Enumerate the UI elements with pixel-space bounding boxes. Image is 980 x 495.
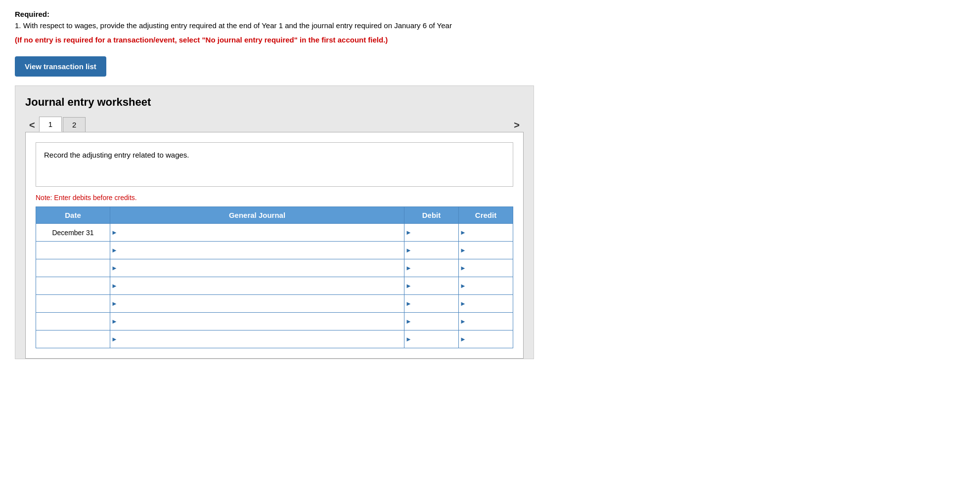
credit-arrow-icon-2: ► xyxy=(460,264,466,272)
credit-input-4[interactable] xyxy=(466,295,513,312)
table-row: ►►► xyxy=(36,242,513,259)
debit-cell-3[interactable]: ► xyxy=(404,277,459,295)
description-box: Record the adjusting entry related to wa… xyxy=(36,142,513,187)
debit-arrow-icon-0: ► xyxy=(405,229,412,236)
table-row: December 31►►► xyxy=(36,224,513,242)
credit-input-0[interactable] xyxy=(466,224,513,241)
table-row: ►►► xyxy=(36,330,513,348)
journal-arrow-icon-6: ► xyxy=(111,335,118,343)
journal-input-5[interactable] xyxy=(118,313,404,330)
col-header-debit: Debit xyxy=(404,207,459,224)
journal-arrow-icon-4: ► xyxy=(111,300,118,307)
table-row: ►►► xyxy=(36,277,513,295)
journal-table: Date General Journal Debit Credit Decemb… xyxy=(36,206,513,348)
journal-cell-2[interactable]: ► xyxy=(110,259,404,277)
tab-1[interactable]: 1 xyxy=(39,117,62,132)
debit-arrow-icon-2: ► xyxy=(405,264,412,272)
credit-arrow-icon-5: ► xyxy=(460,318,466,325)
credit-input-1[interactable] xyxy=(466,242,513,259)
journal-cell-3[interactable]: ► xyxy=(110,277,404,295)
credit-cell-6[interactable]: ► xyxy=(459,330,513,348)
debit-arrow-icon-6: ► xyxy=(405,335,412,343)
required-label: Required: xyxy=(15,10,965,18)
credit-arrow-icon-6: ► xyxy=(460,335,466,343)
debit-input-5[interactable] xyxy=(412,313,458,330)
journal-cell-1[interactable]: ► xyxy=(110,242,404,259)
debit-input-6[interactable] xyxy=(412,330,458,348)
debit-cell-6[interactable]: ► xyxy=(404,330,459,348)
debit-input-0[interactable] xyxy=(412,224,458,241)
worksheet-container: Journal entry worksheet < 1 2 > Record t… xyxy=(15,85,534,359)
tab-2[interactable]: 2 xyxy=(63,117,86,132)
table-row: ►►► xyxy=(36,295,513,313)
credit-arrow-icon-3: ► xyxy=(460,282,466,289)
credit-input-3[interactable] xyxy=(466,277,513,294)
tab-content: Record the adjusting entry related to wa… xyxy=(25,132,524,359)
journal-cell-0[interactable]: ► xyxy=(110,224,404,242)
debit-input-4[interactable] xyxy=(412,295,458,312)
debit-cell-2[interactable]: ► xyxy=(404,259,459,277)
date-cell-3 xyxy=(36,277,110,295)
credit-input-6[interactable] xyxy=(466,330,513,348)
date-cell-4 xyxy=(36,295,110,313)
credit-cell-0[interactable]: ► xyxy=(459,224,513,242)
debit-input-2[interactable] xyxy=(412,259,458,277)
date-cell-2 xyxy=(36,259,110,277)
credit-input-5[interactable] xyxy=(466,313,513,330)
credit-cell-4[interactable]: ► xyxy=(459,295,513,313)
instruction-line2: (If no entry is required for a transacti… xyxy=(15,35,965,46)
credit-cell-5[interactable]: ► xyxy=(459,313,513,330)
debit-input-1[interactable] xyxy=(412,242,458,259)
journal-arrow-icon-3: ► xyxy=(111,282,118,289)
debit-arrow-icon-4: ► xyxy=(405,300,412,307)
tab-next-arrow[interactable]: > xyxy=(510,118,524,132)
debit-arrow-icon-3: ► xyxy=(405,282,412,289)
journal-input-4[interactable] xyxy=(118,295,404,312)
worksheet-title: Journal entry worksheet xyxy=(25,96,524,109)
credit-arrow-icon-0: ► xyxy=(460,229,466,236)
col-header-date: Date xyxy=(36,207,110,224)
debit-arrow-icon-1: ► xyxy=(405,247,412,254)
journal-arrow-icon-5: ► xyxy=(111,318,118,325)
journal-input-3[interactable] xyxy=(118,277,404,294)
journal-cell-6[interactable]: ► xyxy=(110,330,404,348)
debit-arrow-icon-5: ► xyxy=(405,318,412,325)
credit-input-2[interactable] xyxy=(466,259,513,277)
col-header-credit: Credit xyxy=(459,207,513,224)
journal-input-6[interactable] xyxy=(118,330,404,348)
table-row: ►►► xyxy=(36,313,513,330)
journal-arrow-icon-1: ► xyxy=(111,247,118,254)
journal-cell-4[interactable]: ► xyxy=(110,295,404,313)
credit-cell-2[interactable]: ► xyxy=(459,259,513,277)
journal-cell-5[interactable]: ► xyxy=(110,313,404,330)
credit-cell-3[interactable]: ► xyxy=(459,277,513,295)
date-cell-6 xyxy=(36,330,110,348)
journal-input-0[interactable] xyxy=(118,224,404,241)
date-cell-5 xyxy=(36,313,110,330)
date-cell-0: December 31 xyxy=(36,224,110,242)
view-transaction-button[interactable]: View transaction list xyxy=(15,56,106,77)
date-cell-1 xyxy=(36,242,110,259)
credit-cell-1[interactable]: ► xyxy=(459,242,513,259)
tab-prev-arrow[interactable]: < xyxy=(25,118,39,132)
journal-input-1[interactable] xyxy=(118,242,404,259)
credit-arrow-icon-4: ► xyxy=(460,300,466,307)
debit-cell-0[interactable]: ► xyxy=(404,224,459,242)
note-text: Note: Enter debits before credits. xyxy=(36,194,513,202)
journal-input-2[interactable] xyxy=(118,259,404,277)
col-header-journal: General Journal xyxy=(110,207,404,224)
debit-cell-1[interactable]: ► xyxy=(404,242,459,259)
debit-cell-4[interactable]: ► xyxy=(404,295,459,313)
journal-arrow-icon-2: ► xyxy=(111,264,118,272)
credit-arrow-icon-1: ► xyxy=(460,247,466,254)
journal-arrow-icon-0: ► xyxy=(111,229,118,236)
debit-cell-5[interactable]: ► xyxy=(404,313,459,330)
table-row: ►►► xyxy=(36,259,513,277)
instruction-line1: 1. With respect to wages, provide the ad… xyxy=(15,20,965,32)
debit-input-3[interactable] xyxy=(412,277,458,294)
